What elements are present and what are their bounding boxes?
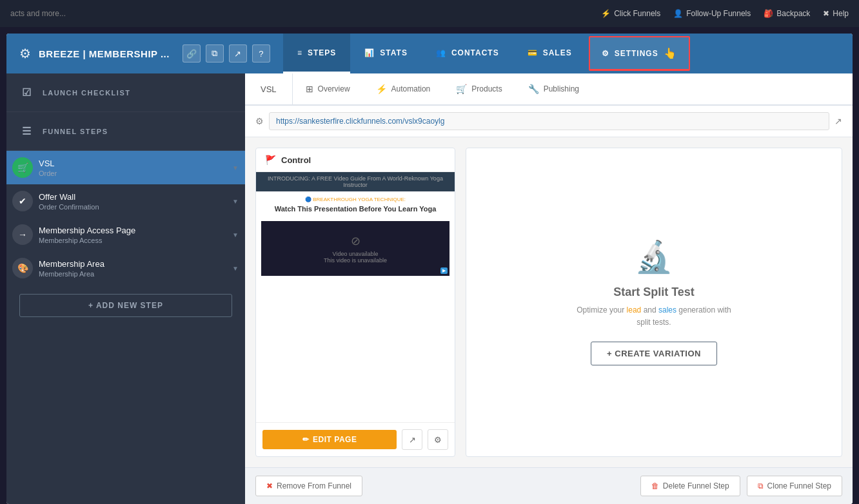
split-test-card: 🔬 Start Split Test Optimize your lead an…: [466, 148, 842, 457]
stats-icon: 📊: [364, 48, 375, 57]
bottom-left-actions: ✖ Remove From Funnel: [255, 476, 362, 496]
help-close-icon: ✖: [823, 9, 829, 18]
settings-gear-icon: ⚙: [602, 49, 609, 58]
video-unavailable-sub: This video is unavailable: [324, 257, 387, 264]
nav-stats[interactable]: 📊 STATS: [350, 34, 422, 73]
sidebar: ☑ LAUNCH CHECKLIST ☰ FUNNEL STEPS 🛒 VSL …: [6, 73, 245, 504]
brand-copy-icon[interactable]: ⧉: [206, 44, 224, 63]
preview-video: ⊘ Video unavailable This video is unavai…: [261, 221, 449, 276]
brand-title: BREEZE | MEMBERSHIP ...: [39, 48, 170, 59]
flag-icon: 🚩: [265, 155, 276, 165]
control-variant-card: 🚩 Control INTRODUCING: A FREE Video Guid…: [255, 148, 455, 457]
header-nav: ≡ STEPS 📊 STATS 👥 CONTACTS 💳 SALES ⚙ SET…: [283, 34, 853, 73]
remove-from-funnel-button[interactable]: ✖ Remove From Funnel: [255, 476, 362, 496]
preview-headline: 🔵 BREAKTHROUGH YOGA TECHNIQUE: Watch Thi…: [256, 191, 455, 218]
top-bar-followup[interactable]: 👤 Follow-Up Funnels: [673, 9, 751, 18]
nav-settings[interactable]: ⚙ SETTINGS 👆: [589, 36, 690, 71]
membership-area-palette-icon: 🎨: [12, 258, 33, 278]
tab-overview[interactable]: ⊞ Overview: [293, 73, 363, 106]
tab-products[interactable]: 🛒 Products: [443, 73, 515, 106]
clone-copy-icon: ⧉: [758, 481, 764, 490]
offer-wall-arrow-icon: ▼: [232, 198, 239, 205]
nav-sales[interactable]: 💳 SALES: [513, 34, 586, 73]
top-bar-backpack[interactable]: 🎒 Backpack: [764, 9, 810, 18]
tab-automation[interactable]: ⚡ Automation: [363, 73, 444, 106]
header-brand: ⚙ BREEZE | MEMBERSHIP ... 🔗 ⧉ ↗ ?: [6, 34, 283, 73]
nav-steps[interactable]: ≡ STEPS: [283, 34, 350, 73]
top-bar-help[interactable]: ✖ Help: [823, 9, 849, 18]
top-bar-clickfunnels[interactable]: ⚡ Click Funnels: [601, 9, 660, 18]
external-link-icon: ↗: [409, 435, 416, 445]
variant-actions: ✏ EDIT PAGE ↗ ⚙: [256, 422, 455, 456]
brand-external-icon[interactable]: ↗: [229, 44, 247, 63]
url-input[interactable]: [269, 112, 829, 130]
preview-inner: INTRODUCING: A FREE Video Guide From A W…: [256, 172, 455, 422]
preview-top-bar: INTRODUCING: A FREE Video Guide From A W…: [256, 172, 455, 191]
flask-icon: 🔬: [635, 239, 673, 275]
video-badge: ▶: [440, 267, 448, 274]
vsl-arrow-icon: ▼: [232, 164, 239, 171]
add-new-step-button[interactable]: + ADD NEW STEP: [19, 294, 232, 317]
clone-funnel-step-button[interactable]: ⧉ Clone Funnel Step: [747, 476, 842, 496]
delete-funnel-step-button[interactable]: 🗑 Delete Funnel Step: [640, 476, 740, 496]
followup-icon: 👤: [673, 9, 683, 18]
membership-access-info: Membership Access Page Membership Access: [39, 226, 232, 244]
offer-wall-info: Offer Wall Order Confirmation: [39, 192, 232, 211]
tab-publishing[interactable]: 🔧 Publishing: [515, 73, 592, 106]
edit-page-button[interactable]: ✏ EDIT PAGE: [262, 430, 397, 449]
variant-settings-button[interactable]: ⚙: [428, 429, 448, 450]
contacts-icon: 👥: [436, 48, 446, 57]
brand-icons: 🔗 ⧉ ↗ ?: [183, 44, 270, 63]
brand-link-icon[interactable]: 🔗: [183, 44, 201, 63]
main-content: VSL ⊞ Overview ⚡ Automation 🛒 Products 🔧…: [245, 73, 853, 504]
variant-title: Control: [281, 155, 311, 165]
checklist-icon: ☑: [19, 86, 35, 99]
cursor-indicator: 👆: [664, 47, 677, 59]
create-variation-button[interactable]: + CREATE VARIATION: [591, 342, 717, 365]
variant-gear-icon: ⚙: [434, 435, 442, 445]
url-external-link-icon[interactable]: ↗: [834, 116, 842, 126]
funnel-step-offer-wall[interactable]: ✔ Offer Wall Order Confirmation ▼: [6, 184, 245, 218]
membership-access-chevron-icon: ▼: [232, 231, 239, 238]
launch-checklist-header[interactable]: ☑ LAUNCH CHECKLIST: [6, 81, 245, 104]
desc-sales: sales: [658, 305, 676, 315]
variant-external-link-button[interactable]: ↗: [402, 429, 422, 450]
vsl-step-icon-wrap: 🛒: [6, 157, 39, 178]
edit-pencil-icon: ✏: [302, 435, 310, 444]
products-icon: 🛒: [456, 84, 467, 94]
top-bar: acts and more... ⚡ Click Funnels 👤 Follo…: [0, 0, 859, 27]
vsl-step-info: VSL Order: [39, 159, 232, 177]
top-bar-search[interactable]: acts and more...: [10, 9, 66, 18]
variants-area: 🚩 Control INTRODUCING: A FREE Video Guid…: [245, 137, 853, 467]
sidebar-launch-section: ☑ LAUNCH CHECKLIST: [6, 73, 245, 112]
variant-preview: INTRODUCING: A FREE Video Guide From A W…: [256, 172, 455, 422]
brand-help-icon[interactable]: ?: [252, 44, 270, 63]
video-unavailable-text: Video unavailable: [333, 251, 379, 257]
membership-access-arrow-icon: →: [12, 224, 33, 245]
bottom-right-actions: 🗑 Delete Funnel Step ⧉ Clone Funnel Step: [640, 476, 842, 496]
variant-header: 🚩 Control: [256, 148, 455, 172]
sales-icon: 💳: [528, 48, 538, 57]
preview-main-headline: Watch This Presentation Before You Learn…: [261, 204, 449, 213]
delete-trash-icon: 🗑: [651, 481, 659, 490]
funnel-step-vsl[interactable]: 🛒 VSL Order ▼: [6, 151, 245, 184]
publishing-icon: 🔧: [528, 84, 539, 94]
sub-tabs: VSL ⊞ Overview ⚡ Automation 🛒 Products 🔧…: [245, 73, 853, 106]
overview-icon: ⊞: [306, 84, 313, 94]
funnel-step-membership-area[interactable]: 🎨 Membership Area Membership Area ▼: [6, 251, 245, 285]
membership-access-icon-wrap: →: [6, 224, 39, 245]
split-test-description: Optimize your lead and sales generation …: [577, 304, 731, 329]
brand-gear-icon: ⚙: [19, 46, 31, 61]
nav-contacts[interactable]: 👥 CONTACTS: [422, 34, 513, 73]
offer-wall-icon-wrap: ✔: [6, 191, 39, 211]
remove-x-icon: ✖: [266, 481, 273, 490]
url-settings-gear-icon[interactable]: ⚙: [255, 116, 264, 126]
desc-optimize: Optimize your: [577, 305, 626, 315]
clickfunnels-icon: ⚡: [601, 9, 611, 18]
main-container: ⚙ BREEZE | MEMBERSHIP ... 🔗 ⧉ ↗ ? ≡ STEP…: [6, 34, 853, 504]
backpack-icon: 🎒: [764, 9, 773, 18]
vsl-cart-icon: 🛒: [12, 157, 33, 178]
preview-sub-headline: 🔵 BREAKTHROUGH YOGA TECHNIQUE:: [261, 197, 449, 202]
offer-wall-check-icon: ✔: [12, 191, 33, 211]
funnel-step-membership-access[interactable]: → Membership Access Page Membership Acce…: [6, 218, 245, 251]
